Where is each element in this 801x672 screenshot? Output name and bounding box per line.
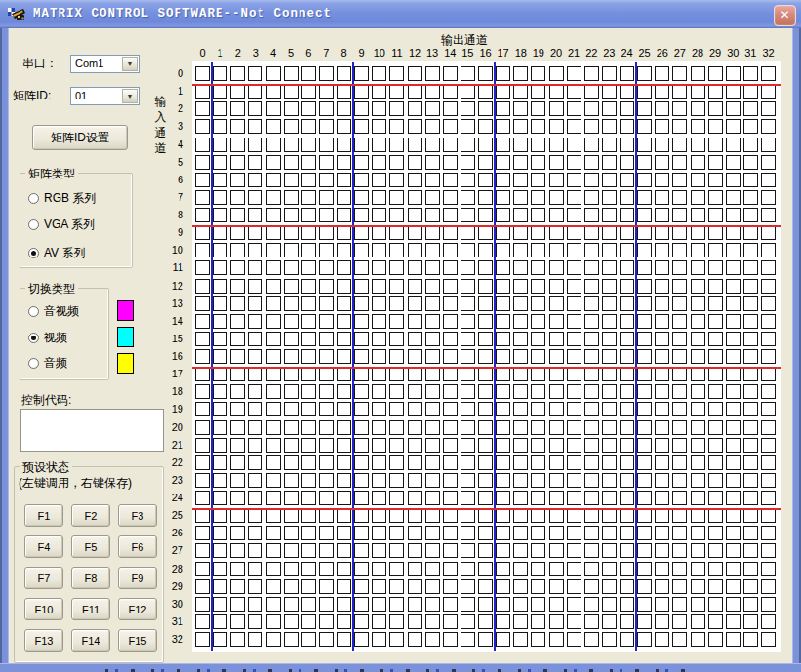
crosspoint-checkbox[interactable] — [372, 384, 386, 399]
crosspoint-checkbox[interactable] — [567, 84, 581, 99]
crosspoint-checkbox[interactable] — [372, 208, 386, 222]
crosspoint-checkbox[interactable] — [496, 632, 510, 647]
crosspoint-checkbox[interactable] — [425, 138, 440, 152]
crosspoint-checkbox[interactable] — [496, 349, 510, 364]
crosspoint-checkbox[interactable] — [531, 473, 545, 488]
crosspoint-checkbox[interactable] — [372, 508, 386, 523]
crosspoint-checkbox[interactable] — [531, 579, 545, 594]
crosspoint-checkbox[interactable] — [513, 543, 528, 558]
crosspoint-checkbox[interactable] — [672, 473, 687, 488]
crosspoint-checkbox[interactable] — [195, 260, 210, 275]
crosspoint-checkbox[interactable] — [602, 562, 617, 576]
crosspoint-checkbox[interactable] — [691, 491, 705, 505]
crosspoint-checkbox[interactable] — [584, 508, 599, 523]
crosspoint-checkbox[interactable] — [567, 632, 581, 647]
crosspoint-checkbox[interactable] — [708, 420, 723, 435]
crosspoint-checkbox[interactable] — [301, 562, 316, 576]
crosspoint-checkbox[interactable] — [230, 438, 245, 453]
crosspoint-checkbox[interactable] — [708, 138, 723, 152]
crosspoint-checkbox[interactable] — [743, 473, 758, 488]
crosspoint-checkbox[interactable] — [389, 455, 404, 470]
crosspoint-checkbox[interactable] — [743, 543, 758, 558]
crosspoint-checkbox[interactable] — [425, 526, 440, 540]
crosspoint-checkbox[interactable] — [248, 225, 262, 240]
crosspoint-checkbox[interactable] — [266, 597, 281, 612]
crosspoint-checkbox[interactable] — [230, 173, 245, 187]
crosspoint-checkbox[interactable] — [389, 314, 404, 329]
crosspoint-checkbox[interactable] — [195, 367, 210, 381]
crosspoint-checkbox[interactable] — [319, 279, 334, 294]
crosspoint-checkbox[interactable] — [567, 597, 581, 612]
crosspoint-checkbox[interactable] — [620, 332, 634, 346]
crosspoint-checkbox[interactable] — [726, 66, 741, 81]
crosspoint-checkbox[interactable] — [213, 173, 227, 187]
crosspoint-checkbox[interactable] — [266, 438, 281, 453]
crosspoint-checkbox[interactable] — [620, 579, 634, 594]
crosspoint-checkbox[interactable] — [408, 562, 422, 576]
crosspoint-checkbox[interactable] — [354, 579, 369, 594]
crosspoint-checkbox[interactable] — [567, 279, 581, 294]
crosspoint-checkbox[interactable] — [284, 632, 299, 647]
crosspoint-checkbox[interactable] — [567, 420, 581, 435]
crosspoint-checkbox[interactable] — [372, 190, 386, 205]
crosspoint-checkbox[interactable] — [602, 597, 617, 612]
crosspoint-checkbox[interactable] — [602, 119, 617, 134]
crosspoint-checkbox[interactable] — [248, 526, 262, 540]
crosspoint-checkbox[interactable] — [496, 455, 510, 470]
crosspoint-checkbox[interactable] — [301, 101, 316, 116]
crosspoint-checkbox[interactable] — [743, 384, 758, 399]
crosspoint-checkbox[interactable] — [567, 173, 581, 187]
crosspoint-checkbox[interactable] — [266, 455, 281, 470]
crosspoint-checkbox[interactable] — [496, 367, 510, 381]
crosspoint-checkbox[interactable] — [567, 138, 581, 152]
crosspoint-checkbox[interactable] — [584, 119, 599, 134]
crosspoint-checkbox[interactable] — [761, 384, 776, 399]
crosspoint-checkbox[interactable] — [478, 438, 493, 453]
crosspoint-checkbox[interactable] — [708, 632, 723, 647]
crosspoint-checkbox[interactable] — [549, 420, 564, 435]
crosspoint-checkbox[interactable] — [761, 66, 776, 81]
crosspoint-checkbox[interactable] — [549, 349, 564, 364]
crosspoint-checkbox[interactable] — [195, 562, 210, 576]
crosspoint-checkbox[interactable] — [372, 66, 386, 81]
crosspoint-checkbox[interactable] — [425, 66, 440, 81]
crosspoint-checkbox[interactable] — [389, 597, 404, 612]
crosspoint-checkbox[interactable] — [284, 208, 299, 222]
crosspoint-checkbox[interactable] — [425, 101, 440, 116]
crosspoint-checkbox[interactable] — [637, 173, 652, 187]
crosspoint-checkbox[interactable] — [549, 508, 564, 523]
crosspoint-checkbox[interactable] — [691, 155, 705, 170]
crosspoint-checkbox[interactable] — [408, 508, 422, 523]
crosspoint-checkbox[interactable] — [531, 332, 545, 346]
crosspoint-checkbox[interactable] — [195, 190, 210, 205]
crosspoint-checkbox[interactable] — [655, 208, 669, 222]
crosspoint-checkbox[interactable] — [584, 260, 599, 275]
crosspoint-checkbox[interactable] — [425, 225, 440, 240]
crosspoint-checkbox[interactable] — [266, 367, 281, 381]
crosspoint-checkbox[interactable] — [761, 190, 776, 205]
crosspoint-checkbox[interactable] — [655, 420, 669, 435]
crosspoint-checkbox[interactable] — [372, 402, 386, 416]
crosspoint-checkbox[interactable] — [195, 526, 210, 540]
crosspoint-checkbox[interactable] — [691, 367, 705, 381]
crosspoint-checkbox[interactable] — [425, 384, 440, 399]
crosspoint-checkbox[interactable] — [266, 279, 281, 294]
crosspoint-checkbox[interactable] — [496, 296, 510, 311]
crosspoint-checkbox[interactable] — [531, 208, 545, 222]
crosspoint-checkbox[interactable] — [655, 438, 669, 453]
crosspoint-checkbox[interactable] — [301, 155, 316, 170]
crosspoint-checkbox[interactable] — [637, 260, 652, 275]
crosspoint-checkbox[interactable] — [337, 349, 351, 364]
crosspoint-checkbox[interactable] — [248, 332, 262, 346]
crosspoint-checkbox[interactable] — [461, 260, 475, 275]
crosspoint-checkbox[interactable] — [425, 119, 440, 134]
crosspoint-checkbox[interactable] — [195, 119, 210, 134]
crosspoint-checkbox[interactable] — [319, 190, 334, 205]
crosspoint-checkbox[interactable] — [761, 597, 776, 612]
crosspoint-checkbox[interactable] — [531, 225, 545, 240]
crosspoint-checkbox[interactable] — [637, 384, 652, 399]
crosspoint-checkbox[interactable] — [319, 597, 334, 612]
preset-button-f10[interactable]: F10 — [24, 598, 63, 620]
crosspoint-checkbox[interactable] — [354, 84, 369, 99]
crosspoint-checkbox[interactable] — [637, 208, 652, 222]
